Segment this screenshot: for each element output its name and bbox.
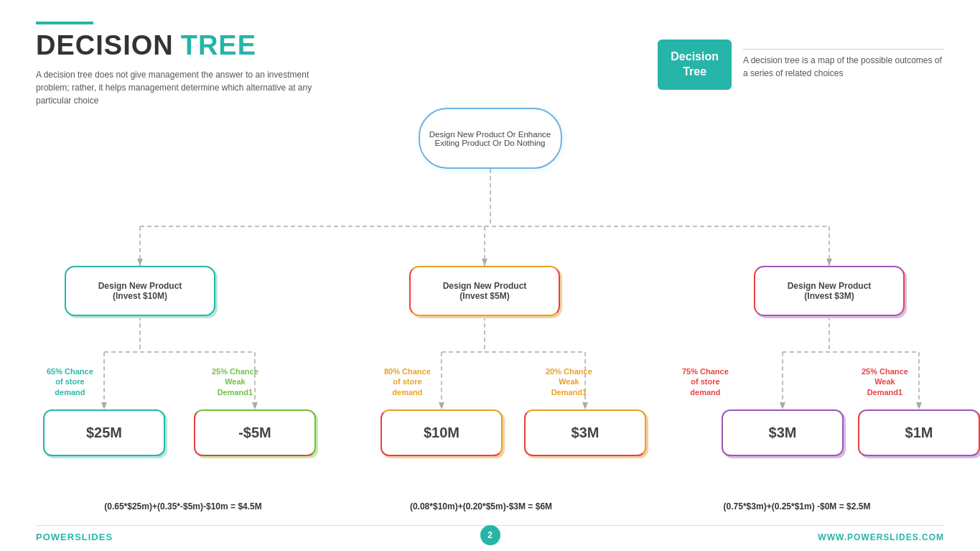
branch-mid: Design New Product(Invest $5M) [409, 266, 560, 316]
svg-marker-3 [137, 259, 143, 266]
page-number: 2 [480, 525, 500, 545]
prob-lr: 25% ChanceWeakDemand1 [212, 366, 258, 397]
title-decision: DECISION [36, 30, 174, 61]
branch-right-label: Design New Product(Invest $3M) [788, 281, 872, 301]
leaf-ll-label: $25M [86, 425, 122, 441]
header-accent-line [36, 22, 93, 24]
svg-marker-17 [439, 402, 444, 409]
leaf-ml-label: $10M [424, 425, 459, 441]
leaf-mr-label: $3M [571, 425, 599, 441]
svg-marker-23 [780, 402, 785, 409]
legend-box: Decision Tree A decision tree is a map o… [658, 40, 944, 90]
svg-marker-13 [252, 402, 258, 409]
leaf-rr-label: $1M [905, 425, 933, 441]
leaf-mr: $3M [524, 409, 646, 456]
branch-mid-label: Design New Product(Invest $5M) [443, 281, 527, 301]
prob-rr: 25% ChanceWeakDemand1 [862, 366, 908, 397]
branch-left: Design New Product(Invest $10M) [65, 266, 215, 316]
legend-badge: Decision Tree [658, 40, 732, 90]
diagram-area: Design New Product Or Enhance Exiting Pr… [0, 101, 980, 515]
page: DECISION TREE A decision tree does not g… [0, 0, 980, 551]
leaf-ml: $10M [381, 409, 503, 456]
svg-marker-7 [826, 259, 832, 266]
footer-brand: POWERSLIDES [36, 532, 113, 542]
prob-ll: 65% Chanceof storedemand [47, 366, 93, 397]
leaf-lr-label: -$5M [238, 425, 271, 441]
svg-marker-11 [101, 402, 107, 409]
legend-description: A decision tree is a map of the possible… [743, 49, 944, 80]
prob-mr: 20% ChanceWeakDemand1 [546, 366, 592, 397]
svg-marker-25 [916, 402, 922, 409]
prob-ml: 80% Chanceof storedemand [384, 366, 431, 397]
footer-website: WWW.POWERSLIDES.COM [818, 532, 944, 542]
branch-right: Design New Product(Invest $3M) [754, 266, 905, 316]
leaf-rl-label: $3M [769, 425, 797, 441]
prob-rl: 75% Chanceof storedemand [682, 366, 729, 397]
leaf-ll: $25M [43, 409, 165, 456]
root-node: Design New Product Or Enhance Exiting Pr… [419, 108, 562, 169]
leaf-rr: $1M [858, 409, 980, 456]
svg-marker-19 [582, 402, 588, 409]
root-node-label: Design New Product Or Enhance Exiting Pr… [420, 130, 561, 147]
leaf-rl: $3M [722, 409, 844, 456]
branch-left-label: Design New Product(Invest $10M) [98, 281, 182, 301]
svg-marker-5 [482, 259, 487, 266]
leaf-lr: -$5M [194, 409, 316, 456]
title-tree: TREE [181, 30, 256, 61]
